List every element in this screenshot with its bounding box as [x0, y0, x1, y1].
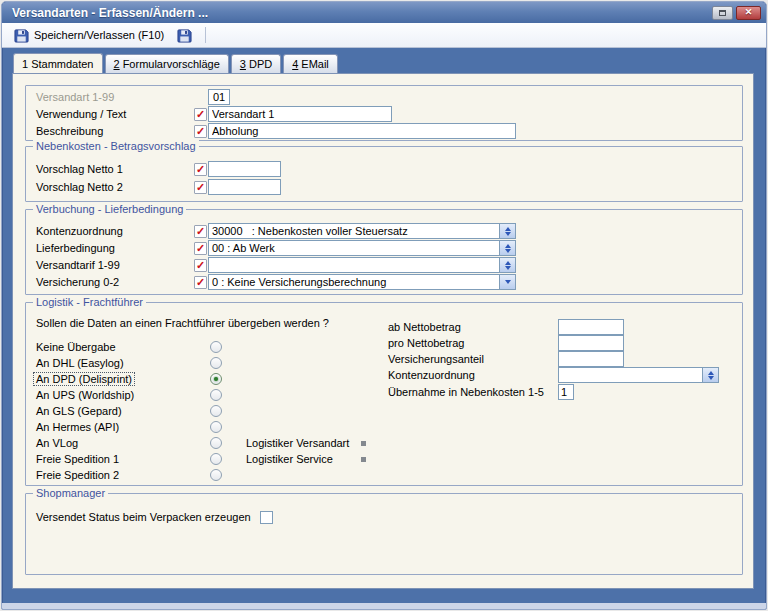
radio-label-dhl: An DHL (Easylog) [36, 357, 194, 369]
tab-number: 2 [114, 58, 120, 70]
vorschlag-netto2-input[interactable] [208, 179, 281, 195]
logistiker-service-label: Logistiker Service [246, 453, 361, 465]
uebernahme-label: Übernahme in Nebenkosten 1-5 [388, 386, 558, 398]
tab-email[interactable]: 4EMail [283, 54, 338, 73]
dropdown-button[interactable] [499, 275, 515, 289]
radio-spedition1[interactable] [210, 453, 222, 465]
combo-value [209, 258, 499, 272]
chevron-down-icon [505, 280, 511, 284]
tab-label: DPD [249, 58, 272, 70]
combo-value: 00 : Ab Werk [209, 241, 499, 255]
tab-label: EMail [301, 58, 329, 70]
maximize-button[interactable] [712, 6, 733, 20]
radio-vlog[interactable] [210, 437, 222, 449]
logistik-kontenzuordnung-combo[interactable] [558, 367, 719, 383]
spinner-up-icon [505, 227, 511, 231]
tab-strip: 1Stammdaten 2Formularvorschläge 3DPD 4EM… [13, 54, 764, 73]
dialog-client-area: 1Stammdaten 2Formularvorschläge 3DPD 4EM… [4, 48, 764, 609]
save-button[interactable] [174, 27, 195, 44]
versandtarif-label: Versandtarif 1-99 [36, 259, 194, 271]
radio-ups[interactable] [210, 389, 222, 401]
window-title: Versandarten - Erfassen/Ändern ... [12, 6, 208, 20]
validate-check-icon[interactable]: ✓ [194, 108, 207, 121]
combo-value [559, 368, 702, 382]
beschreibung-input[interactable] [208, 123, 516, 139]
radio-hermes[interactable] [210, 421, 222, 433]
radio-label-hermes: An Hermes (API) [36, 421, 194, 433]
kontenzuordnung-combo[interactable]: 30000 : Nebenkosten voller Steuersatz [208, 223, 516, 239]
lieferbedingung-label: Lieferbedingung [36, 242, 194, 254]
validate-check-icon[interactable]: ✓ [194, 125, 207, 138]
radio-label-vlog: An VLog [36, 437, 194, 449]
spinner-down-icon [505, 266, 511, 270]
tab-label: Formularvorschläge [123, 58, 220, 70]
combo-value: 30000 : Nebenkosten voller Steuersatz [209, 224, 499, 238]
save-exit-button[interactable]: Speichern/Verlassen (F10) [11, 27, 167, 44]
spinner-button[interactable] [702, 368, 718, 382]
verwendung-input[interactable] [208, 106, 392, 122]
group-nebenkosten: Nebenkosten - Betragsvorschlag Vorschlag… [25, 146, 743, 202]
spinner-up-icon [708, 371, 714, 375]
tab-number: 1 [22, 58, 28, 70]
radio-label-spedition2: Freie Spedition 2 [36, 469, 194, 481]
validate-check-icon[interactable]: ✓ [194, 225, 207, 238]
spinner-down-icon [708, 376, 714, 380]
group-legend: Verbuchung - Lieferbedingung [33, 203, 186, 215]
validate-check-icon[interactable]: ✓ [194, 276, 207, 289]
versandtarif-combo[interactable] [208, 257, 516, 273]
spinner-button[interactable] [499, 241, 515, 255]
spinner-button[interactable] [499, 224, 515, 238]
ab-nettobetrag-input[interactable] [558, 319, 624, 335]
logistiker-versandart-marker [361, 441, 366, 446]
tab-stammdaten[interactable]: 1Stammdaten [13, 53, 103, 73]
radio-keine-uebergabe[interactable] [210, 341, 222, 353]
versicherung-combo[interactable]: 0 : Keine Versicherungsberechnung [208, 274, 516, 290]
combo-value: 0 : Keine Versicherungsberechnung [209, 275, 499, 289]
pro-nettobetrag-label: pro Nettobetrag [388, 337, 558, 349]
group-shopmanager: Shopmanager Versendet Status beim Verpac… [25, 493, 743, 575]
ab-nettobetrag-label: ab Nettobetrag [388, 321, 558, 333]
logistik-kontenzuordnung-label: Kontenzuordnung [388, 369, 558, 381]
pro-nettobetrag-input[interactable] [558, 335, 624, 351]
group-legend: Nebenkosten - Betragsvorschlag [33, 140, 199, 152]
radio-label-ups: An UPS (Worldship) [36, 389, 194, 401]
tab-page-stammdaten: Versandart 1-99 Verwendung / Text ✓ Besc… [12, 73, 754, 589]
uebernahme-input[interactable] [558, 384, 574, 400]
spinner-button[interactable] [499, 258, 515, 272]
lieferbedingung-combo[interactable]: 00 : Ab Werk [208, 240, 516, 256]
validate-check-icon[interactable]: ✓ [194, 259, 207, 272]
window-bottom-edge [2, 603, 766, 609]
validate-check-icon[interactable]: ✓ [194, 181, 207, 194]
radio-spedition2[interactable] [210, 469, 222, 481]
logistiker-versandart-label: Logistiker Versandart [246, 437, 361, 449]
versendet-status-label: Versendet Status beim Verpacken erzeugen [36, 511, 251, 523]
radio-label-dpd: An DPD (Delisprint) [33, 372, 135, 386]
vorschlag-netto1-input[interactable] [208, 161, 281, 177]
radio-dhl[interactable] [210, 357, 222, 369]
close-button[interactable]: ✕ [736, 6, 761, 20]
toolbar-separator [205, 27, 206, 43]
group-stammdaten: Versandart 1-99 Verwendung / Text ✓ Besc… [25, 85, 743, 141]
versendet-checkbox[interactable] [260, 511, 273, 524]
close-icon: ✕ [745, 8, 753, 17]
tab-number: 3 [240, 58, 246, 70]
versicherung-label: Versicherung 0-2 [36, 276, 194, 288]
versandart-input[interactable] [208, 89, 230, 105]
versicherungsanteil-input[interactable] [558, 351, 624, 367]
save-icon [14, 28, 29, 43]
radio-dpd[interactable] [210, 373, 222, 385]
validate-check-icon[interactable]: ✓ [194, 242, 207, 255]
radio-gls[interactable] [210, 405, 222, 417]
tab-formularvorschlaege[interactable]: 2Formularvorschläge [105, 54, 229, 73]
validate-check-icon[interactable]: ✓ [194, 163, 207, 176]
group-logistik: Logistik - Frachtführer Sollen die Daten… [25, 302, 743, 486]
spinner-down-icon [505, 249, 511, 253]
verwendung-label: Verwendung / Text [36, 108, 194, 120]
vorschlag-netto2-label: Vorschlag Netto 2 [36, 181, 194, 193]
dialog-window: Versandarten - Erfassen/Ändern ... ✕ Spe… [1, 1, 767, 610]
versandart-label: Versandart 1-99 [36, 91, 194, 103]
save-exit-label: Speichern/Verlassen (F10) [34, 29, 164, 41]
group-legend: Logistik - Frachtführer [33, 296, 146, 308]
vorschlag-netto1-label: Vorschlag Netto 1 [36, 163, 194, 175]
tab-dpd[interactable]: 3DPD [231, 54, 281, 73]
